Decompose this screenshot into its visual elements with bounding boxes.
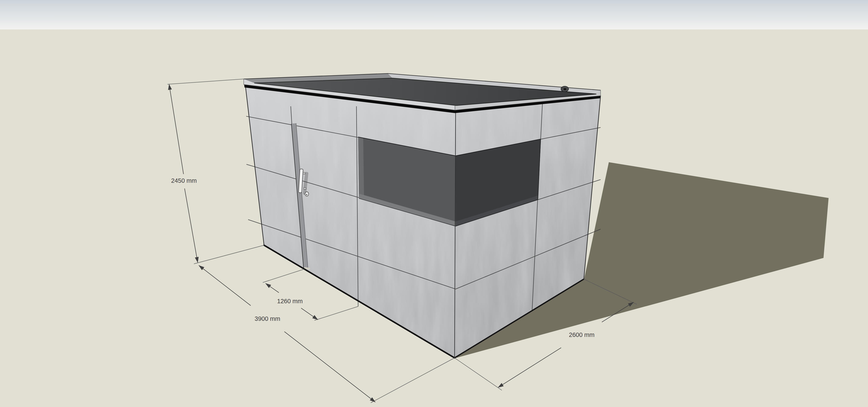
- dimension-label-height: 2450 mm: [171, 177, 197, 184]
- scene-canvas[interactable]: 2450 mm 1260 mm 3900 mm 2600 mm: [0, 0, 868, 407]
- dimension-label-front-width: 3900 mm: [255, 315, 280, 322]
- 3d-viewport[interactable]: 2450 mm 1260 mm 3900 mm 2600 mm: [0, 0, 868, 407]
- window-band-jamb: [358, 137, 364, 199]
- roof-drain-icon: [561, 86, 568, 92]
- keyhole-icon: [306, 194, 307, 195]
- sky: [0, 0, 868, 30]
- handle-peg-bottom: [304, 188, 306, 190]
- dimension-label-door-width: 1260 mm: [277, 298, 303, 305]
- lock-cylinder: [305, 192, 309, 196]
- dimension-label-side-depth: 2600 mm: [569, 331, 595, 338]
